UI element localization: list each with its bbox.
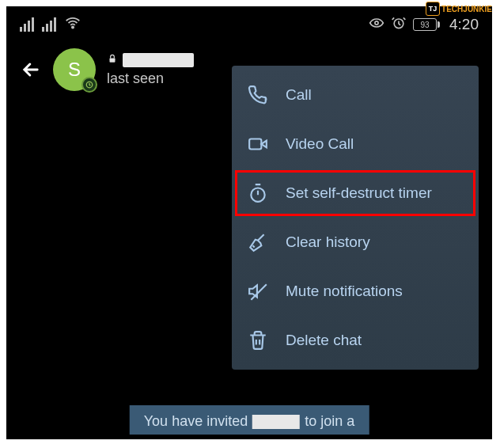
menu-item-call[interactable]: Call (232, 70, 479, 120)
back-button[interactable] (20, 59, 42, 81)
status-left (20, 14, 81, 35)
app-frame: 93 4:20 S last seen (6, 6, 492, 439)
battery-pct: 93 (420, 21, 429, 29)
menu-item-delete-chat[interactable]: Delete chat (232, 316, 479, 365)
mute-icon (248, 281, 268, 302)
menu-item-video-call[interactable]: Video Call (232, 120, 479, 169)
menu-item-label: Clear history (286, 233, 370, 251)
last-seen-label: last seen (107, 70, 194, 87)
menu-item-label: Set self-destruct timer (286, 184, 432, 202)
menu-item-label: Call (286, 86, 312, 104)
battery-icon: 93 (413, 18, 440, 31)
timer-icon (248, 183, 268, 203)
watermark-badge: TJ (426, 2, 440, 16)
clock-badge-icon (81, 77, 97, 93)
menu-item-label: Delete chat (286, 332, 362, 349)
watermark-text: TECHJUNKIE (441, 5, 492, 13)
status-bar: 93 4:20 (9, 9, 490, 40)
system-message: You have invited to join a (130, 405, 369, 435)
signal-icon (20, 17, 34, 32)
svg-point-0 (72, 26, 74, 28)
menu-item-self-destruct-timer[interactable]: Set self-destruct timer (232, 169, 479, 218)
context-menu: Call Video Call Set self-destruct timer … (232, 66, 479, 370)
status-right: 93 4:20 (369, 15, 479, 34)
watermark: TJ TECHJUNKIE (426, 2, 492, 16)
menu-item-label: Mute notifications (286, 283, 403, 300)
clock: 4:20 (449, 16, 479, 33)
avatar[interactable]: S (53, 48, 96, 91)
svg-rect-4 (110, 58, 116, 62)
chat-info[interactable]: last seen (107, 53, 194, 87)
system-message-prefix: You have invited (144, 413, 248, 430)
svg-point-1 (375, 21, 378, 25)
contact-name-redacted (123, 53, 194, 67)
signal-icon-2 (42, 17, 56, 32)
video-icon (248, 134, 268, 154)
alarm-icon (391, 15, 407, 34)
menu-item-clear-history[interactable]: Clear history (232, 218, 479, 267)
broom-icon (248, 232, 268, 252)
phone-icon (248, 85, 268, 105)
redacted-name (252, 415, 300, 429)
system-message-suffix: to join a (305, 413, 354, 430)
menu-item-mute-notifications[interactable]: Mute notifications (232, 267, 479, 316)
eye-icon (369, 15, 384, 34)
chat-name-row (107, 53, 194, 67)
lock-icon (107, 53, 118, 67)
trash-icon (248, 330, 268, 351)
menu-item-label: Video Call (286, 135, 354, 153)
wifi-icon (64, 14, 81, 35)
svg-rect-5 (249, 139, 261, 150)
